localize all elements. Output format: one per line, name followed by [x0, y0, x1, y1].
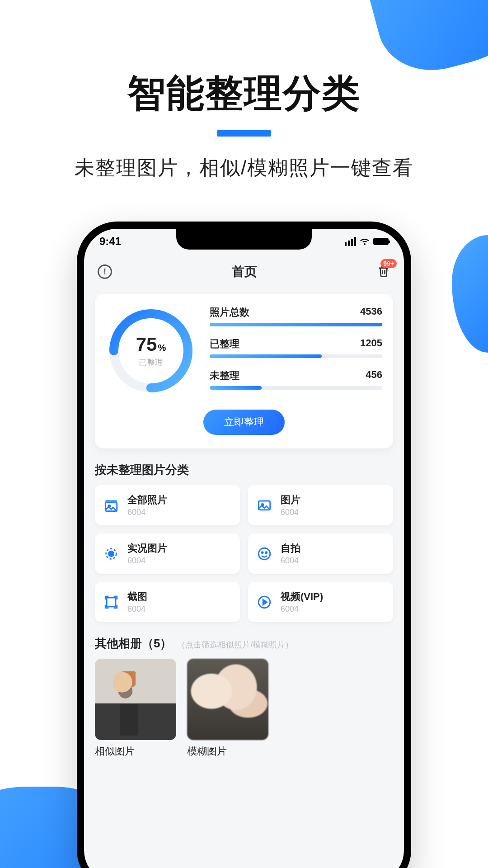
trash-button[interactable]: 99+ [377, 264, 390, 280]
stat-label: 未整理 [210, 369, 239, 382]
notch [176, 229, 312, 250]
stat-value: 4536 [360, 306, 382, 319]
svg-point-10 [266, 552, 267, 553]
svg-rect-11 [107, 598, 116, 607]
svg-point-6 [108, 551, 113, 556]
live-icon [102, 545, 120, 563]
organize-button[interactable]: 立即整理 [203, 410, 285, 435]
category-selfie[interactable]: 自拍6004 [248, 533, 393, 574]
stat-row: 照片总数4536 [210, 306, 382, 326]
category-count: 6004 [127, 604, 147, 614]
category-screenshot[interactable]: 截图6004 [95, 582, 240, 622]
category-label: 视频(VIP) [281, 590, 323, 604]
signal-icon [345, 237, 356, 246]
category-label: 全部照片 [127, 493, 167, 507]
decor-blob [452, 235, 488, 353]
section-title-unsorted: 按未整理图片分类 [95, 462, 393, 478]
hero-subtitle: 未整理图片，相似/模糊照片一键查看 [0, 155, 488, 181]
category-label: 图片 [281, 493, 300, 507]
category-all-photos[interactable]: 全部照片6004 [95, 485, 240, 525]
category-video[interactable]: 视频(VIP)6004 [248, 582, 393, 622]
stats-card: 75% 已整理 照片总数4536 已整理1205 未整理456 立即 [95, 294, 393, 448]
phone-frame: 9:41 ! 首页 99+ 75% [77, 222, 411, 868]
stat-row: 已整理1205 [210, 337, 382, 358]
ring-label: 已整理 [139, 357, 163, 368]
progress-ring: 75% 已整理 [106, 306, 196, 396]
category-images[interactable]: 图片6004 [248, 485, 393, 525]
ring-value: 75 [136, 334, 157, 355]
selfie-icon [255, 545, 273, 563]
svg-point-8 [258, 548, 270, 560]
ring-unit: % [158, 343, 166, 353]
category-count: 6004 [127, 508, 167, 517]
category-count: 6004 [127, 556, 167, 566]
album-similar[interactable]: 相似图片 [95, 659, 176, 758]
category-label: 截图 [127, 590, 147, 604]
category-live[interactable]: 实况图片6004 [95, 533, 240, 574]
status-time: 9:41 [99, 235, 121, 248]
page-title: 首页 [232, 263, 257, 280]
album-thumb [187, 659, 268, 740]
category-count: 6004 [281, 508, 300, 517]
screenshot-icon [102, 593, 120, 611]
album-blurry[interactable]: 模糊图片 [187, 659, 268, 758]
album-label: 相似图片 [95, 745, 176, 758]
category-label: 实况图片 [127, 542, 167, 555]
section-hint-other: （点击筛选相似照片/模糊照片） [177, 639, 293, 650]
svg-point-9 [262, 552, 263, 553]
image-icon [255, 496, 273, 514]
category-count: 6004 [281, 556, 300, 566]
category-grid: 全部照片6004 图片6004 实况图片6004 自拍6004 截图6004 视… [84, 485, 404, 622]
stat-row: 未整理456 [210, 369, 382, 390]
trash-badge: 99+ [380, 259, 397, 268]
photos-icon [102, 496, 120, 514]
info-icon[interactable]: ! [98, 264, 112, 279]
stat-label: 已整理 [210, 337, 239, 351]
hero-title: 智能整理分类 [0, 68, 488, 119]
category-label: 自拍 [281, 542, 300, 555]
stat-value: 1205 [360, 337, 382, 351]
app-header: ! 首页 99+ [84, 254, 404, 289]
video-icon [255, 593, 273, 611]
stat-label: 照片总数 [210, 306, 249, 319]
wifi-icon [360, 238, 370, 245]
battery-icon [373, 238, 389, 245]
hero-underline [217, 130, 271, 137]
album-thumb [95, 659, 176, 740]
stat-value: 456 [366, 369, 382, 382]
album-label: 模糊图片 [187, 745, 268, 758]
category-count: 6004 [281, 604, 323, 614]
section-title-other: 其他相册（5） [95, 636, 172, 651]
